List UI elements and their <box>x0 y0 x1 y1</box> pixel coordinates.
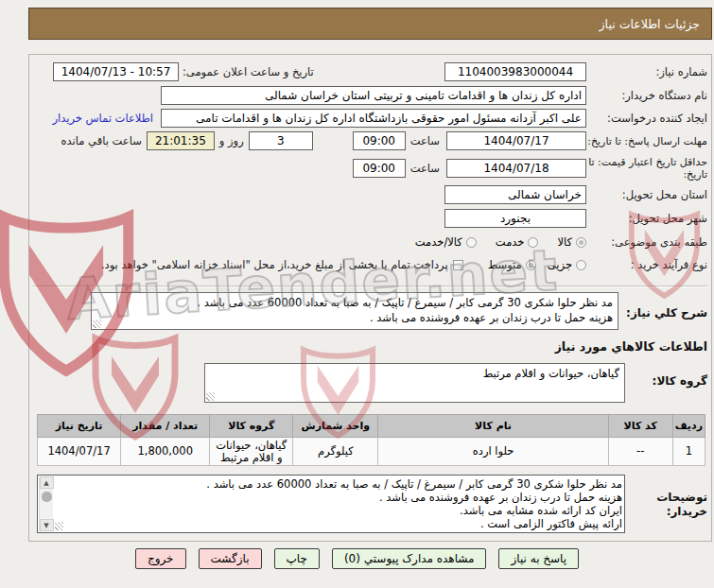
buyer-contact-link[interactable]: اطلاعات تماس خریدار <box>52 112 153 125</box>
respond-to-need-button[interactable]: پاسخ به نیاز <box>498 548 579 569</box>
request-creator-field[interactable]: علی اکبر آزدانه مسئول امور حقوقی بازداشت… <box>161 109 586 128</box>
scroll-up-icon[interactable]: ▲ <box>40 476 54 489</box>
remaining-days-label: روز و <box>219 134 244 147</box>
cell-goods-name: حلوا ارده <box>378 438 608 466</box>
buyer-org-field[interactable]: اداره کل زندان ها و اقدامات تامینی و ترب… <box>161 86 586 105</box>
need-description-line: هزینه حمل تا درب زندان بر عهده فروشنده م… <box>96 310 613 325</box>
goods-section-header: اطلاعات کالاهاي مورد نیاز <box>555 339 707 354</box>
response-deadline-label: مهلت ارسال پاسخ: تا تاریخ: <box>586 135 707 147</box>
city-field[interactable]: بجنورد <box>444 209 586 228</box>
announce-datetime-label: تاریخ و ساعت اعلان عمومی: <box>183 65 314 78</box>
radio-minor-icon[interactable] <box>576 260 586 270</box>
cell-quantity: 1,800,000 <box>121 438 210 466</box>
radio-goods-service-icon[interactable] <box>466 237 477 248</box>
row-classification: طبقه بندی موضوعی: کالا خدمت کالا/خدمت <box>37 232 707 252</box>
radio-service[interactable]: خدمت <box>496 235 539 249</box>
section-divider <box>33 285 707 287</box>
province-field[interactable]: خراسان شمالی <box>444 185 586 204</box>
classification-label: طبقه بندی موضوعی: <box>586 236 707 249</box>
notes-scrollbar[interactable]: ▲ ▼ <box>39 476 53 531</box>
response-deadline-time-field[interactable]: 09:00 <box>353 131 406 150</box>
price-validity-hour-label: ساعت <box>410 162 440 175</box>
radio-goods-service[interactable]: کالا/خدمت <box>415 235 477 249</box>
cell-count-unit: کیلوگرم <box>293 438 378 466</box>
goods-group-box[interactable]: گیاهان، حیوانات و اقلام مرتبط <box>204 363 625 403</box>
radio-minor[interactable]: جزیی <box>548 258 586 271</box>
radio-service-icon[interactable] <box>528 237 538 248</box>
remaining-time-field[interactable]: 21:01:35 <box>147 131 215 150</box>
radio-medium-icon[interactable] <box>526 260 536 270</box>
cell-goods-code: -- <box>608 438 672 466</box>
radio-service-label: خدمت <box>496 235 525 249</box>
price-validity-date-field[interactable]: 1404/07/18 <box>446 159 586 178</box>
buyer-notes-line: هزینه حمل تا درب زندان بر عهده فروشنده م… <box>57 491 622 504</box>
province-label: استان محل تحویل: <box>586 189 707 201</box>
city-label: شهر محل تحویل: <box>586 213 707 225</box>
back-button[interactable]: بازگشت <box>199 548 262 569</box>
resize-handle-icon[interactable] <box>93 320 101 328</box>
row-response-deadline: مهلت ارسال پاسخ: تا تاریخ: 1404/07/17 سا… <box>37 128 707 154</box>
buyer-notes-label: توضیحات خریدار: <box>649 491 707 519</box>
details-panel: شماره نیاز: 1104003983000044 تاریخ و ساع… <box>28 54 712 542</box>
buyer-org-label: نام دستگاه خریدار: <box>586 90 707 102</box>
radio-medium[interactable]: متوسط <box>488 258 536 271</box>
cell-goods-group: گیاهان، حیوانات و اقلام مرتبط <box>210 438 293 466</box>
cell-need-date: 1404/07/17 <box>38 438 121 466</box>
need-number-field[interactable]: 1104003983000044 <box>444 62 586 81</box>
row-city: شهر محل تحویل: بجنورد <box>37 208 707 229</box>
goods-table-row: 1 -- حلوا ارده کیلوگرم گیاهان، حیوانات و… <box>38 438 705 466</box>
radio-goods[interactable]: کالا <box>557 235 586 249</box>
col-goods-code: کد کالا <box>608 415 672 438</box>
need-number-label: شماره نیاز: <box>586 66 707 78</box>
goods-group-label: گروه کالا: <box>653 374 707 388</box>
exit-button[interactable]: خروج <box>135 548 186 569</box>
col-count-unit: واحد شمارش <box>293 415 378 438</box>
remaining-time-label: ساعت باقي مانده <box>61 134 142 147</box>
treasury-checkbox-label: پرداخت تمام یا بخشی از مبلغ خرید،از محل … <box>101 258 448 271</box>
resize-handle-icon[interactable] <box>206 392 215 401</box>
goods-group-value: گیاهان، حیوانات و اقلام مرتبط <box>210 366 619 381</box>
cell-row-number: 1 <box>672 438 705 466</box>
price-validity-label: حداقل تاریخ اعتبار قیمت: تا تاریخ: <box>586 156 707 181</box>
need-details-page: جزئیات اطلاعات نیاز شماره نیاز: 11040039… <box>0 0 714 588</box>
need-description-line: مد نظر حلوا شکری 30 گرمی کابر / سیمرغ / … <box>96 295 613 310</box>
row-price-validity: حداقل تاریخ اعتبار قیمت: تا تاریخ: 1404/… <box>37 155 707 182</box>
scrollbar-thumb[interactable] <box>42 492 52 502</box>
col-goods-group: گروه کالا <box>210 415 293 438</box>
buyer-notes-line: ارائه پیش فاکتور الزامی است . <box>57 517 622 530</box>
page-title: جزئیات اطلاعات نیاز <box>600 17 700 31</box>
response-deadline-hour-label: ساعت <box>410 134 440 147</box>
row-buyer-org: نام دستگاه خریدار: اداره کل زندان ها و ا… <box>37 85 707 106</box>
need-description-box[interactable]: مد نظر حلوا شکری 30 گرمی کابر / سیمرغ / … <box>91 292 618 330</box>
row-province: استان محل تحویل: خراسان شمالی <box>37 184 707 205</box>
col-goods-name: نام کالا <box>378 415 608 438</box>
resize-handle-icon[interactable] <box>55 522 63 530</box>
col-quantity: تعداد / مقدار <box>121 415 210 438</box>
price-validity-time-field[interactable]: 09:00 <box>353 159 406 178</box>
radio-minor-label: جزیی <box>548 258 572 271</box>
announce-datetime-field[interactable]: 1404/07/13 - 10:57 <box>53 62 179 81</box>
remaining-days-field[interactable]: 3 <box>249 131 313 150</box>
view-attachments-button[interactable]: مشاهده مدارک پیوستي (0) <box>332 548 487 569</box>
response-deadline-date-field[interactable]: 1404/07/17 <box>446 131 586 150</box>
print-button[interactable]: چاپ <box>274 548 320 569</box>
action-buttons: پاسخ به نیاز مشاهده مدارک پیوستي (0) چاپ… <box>0 548 714 569</box>
row-need-number: شماره نیاز: 1104003983000044 تاریخ و ساع… <box>53 61 707 82</box>
need-description-label: شرح کلي نیاز: <box>626 306 707 320</box>
buyer-notes-line: مد نظر حلوا شکری 30 گرمی کابر / سیمرغ / … <box>57 477 622 491</box>
radio-goods-label: کالا <box>557 235 572 249</box>
scroll-down-icon[interactable]: ▼ <box>40 519 54 531</box>
treasury-checkbox[interactable] <box>453 260 463 270</box>
row-request-creator: ایجاد کننده درخواست: علی اکبر آزدانه مسئ… <box>37 108 707 129</box>
goods-table-header-row: ردیف کد کالا نام کالا واحد شمارش گروه کا… <box>38 415 705 438</box>
goods-table: ردیف کد کالا نام کالا واحد شمارش گروه کا… <box>37 414 705 466</box>
process-type-label: نوع فرآیند خرید : <box>586 259 707 271</box>
request-creator-label: ایجاد کننده درخواست: <box>586 112 707 125</box>
col-need-date: تاریخ نیاز <box>38 415 121 438</box>
title-bar: جزئیات اطلاعات نیاز <box>28 8 712 40</box>
col-row-number: ردیف <box>672 415 705 438</box>
radio-goods-icon[interactable] <box>576 237 586 248</box>
radio-medium-label: متوسط <box>488 258 522 271</box>
buyer-notes-textarea[interactable]: مد نظر حلوا شکری 30 گرمی کابر / سیمرغ / … <box>37 475 625 533</box>
row-process-type: نوع فرآیند خرید : جزیی متوسط پرداخت تمام… <box>37 254 707 275</box>
